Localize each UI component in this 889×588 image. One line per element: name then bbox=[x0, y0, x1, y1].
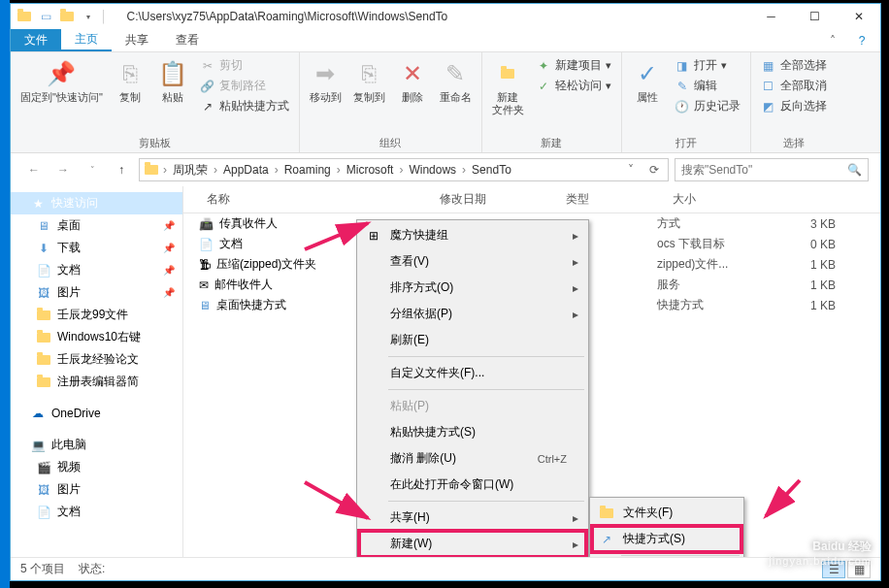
ctx-new-folder[interactable]: 文件夹(F) bbox=[592, 500, 741, 526]
qat-customize-icon[interactable]: ▾ bbox=[79, 7, 98, 26]
easyaccess-button[interactable]: ✓轻松访问 ▾ bbox=[532, 77, 615, 95]
sidebar-folder4[interactable]: 注册表编辑器简 bbox=[11, 371, 182, 393]
sidebar-desktop[interactable]: 🖥桌面📌 bbox=[11, 214, 182, 237]
submenu-arrow-icon: ▸ bbox=[573, 308, 578, 321]
pin-icon: 📌 bbox=[163, 287, 175, 298]
qat-newfolder-icon[interactable] bbox=[57, 7, 77, 26]
cut-icon: ✂ bbox=[200, 58, 215, 74]
history-button[interactable]: 🕐历史记录 bbox=[671, 97, 744, 115]
moveto-button[interactable]: ➡移动到 bbox=[306, 56, 346, 106]
recent-dropdown[interactable]: ˅ bbox=[81, 158, 104, 181]
copy-button[interactable]: ⎘ 复制 bbox=[111, 56, 149, 106]
sidebar[interactable]: ★快速访问 🖥桌面📌 ⬇下载📌 📄文档📌 🖼图片📌 壬辰龙99文件 Window… bbox=[11, 186, 183, 557]
pin-quickaccess-button[interactable]: 📌 固定到"快速访问" bbox=[16, 56, 107, 106]
copyto-button[interactable]: ⎘复制到 bbox=[349, 56, 389, 106]
file-view: 名称 修改日期 类型 大小 📠传真收件人方式3 KB 📄文档ocs 下载目标0 … bbox=[183, 186, 880, 557]
bc-seg-5[interactable]: SendTo bbox=[468, 163, 515, 177]
up-button[interactable]: ↑ bbox=[110, 158, 133, 181]
pin-icon: 📌 bbox=[163, 265, 175, 276]
watermark: Baidu 经验 jingyan.baidu.com bbox=[769, 539, 872, 567]
col-name[interactable]: 名称 bbox=[199, 191, 432, 208]
sidebar-pictures[interactable]: 🖼图片📌 bbox=[11, 281, 182, 304]
search-box[interactable]: 🔍 bbox=[675, 158, 869, 181]
bc-seg-3[interactable]: Microsoft bbox=[343, 163, 398, 177]
ctx-magic[interactable]: ⊞魔方快捷组▸ bbox=[359, 222, 586, 248]
breadcrumb[interactable]: › 周巩荣› AppData› Roaming› Microsoft› Wind… bbox=[139, 158, 669, 181]
ctx-sort[interactable]: 排序方式(O)▸ bbox=[359, 275, 586, 301]
sidebar-onedrive[interactable]: ☁OneDrive bbox=[11, 403, 182, 424]
sidebar-thispc[interactable]: 💻此电脑 bbox=[11, 434, 182, 456]
ctx-view[interactable]: 查看(V)▸ bbox=[359, 248, 586, 275]
tab-view[interactable]: 查看 bbox=[162, 29, 213, 51]
maximize-button[interactable]: ☐ bbox=[793, 4, 837, 29]
copypath-button[interactable]: 🔗复制路径 bbox=[196, 77, 293, 95]
select-group-label: 选择 bbox=[757, 134, 831, 150]
search-icon: 🔍 bbox=[847, 163, 862, 177]
minimize-button[interactable]: ─ bbox=[749, 4, 793, 29]
bc-seg-1[interactable]: AppData bbox=[219, 163, 273, 177]
sidebar-pictures2[interactable]: 🖼图片 bbox=[11, 478, 182, 501]
folder-icon bbox=[36, 330, 51, 345]
ctx-customize[interactable]: 自定义文件夹(F)... bbox=[359, 360, 586, 386]
tab-share[interactable]: 共享 bbox=[112, 29, 162, 51]
forward-button[interactable]: → bbox=[51, 158, 75, 181]
sidebar-downloads[interactable]: ⬇下载📌 bbox=[11, 237, 182, 259]
col-date[interactable]: 修改日期 bbox=[432, 191, 558, 208]
cut-button[interactable]: ✂剪切 bbox=[196, 56, 293, 75]
refresh-button[interactable]: ⟳ bbox=[642, 163, 666, 177]
shortcut-icon: ↗ bbox=[598, 531, 615, 548]
path-icon: 🔗 bbox=[200, 79, 215, 94]
sidebar-videos[interactable]: 🎬视频 bbox=[11, 456, 182, 478]
history-icon: 🕐 bbox=[675, 99, 690, 114]
ctx-refresh[interactable]: 刷新(E) bbox=[359, 327, 586, 353]
ribbon-collapse-button[interactable]: ˄ bbox=[818, 29, 847, 51]
selectall-button[interactable]: ▦全部选择 bbox=[757, 56, 831, 75]
submenu-arrow-icon: ▸ bbox=[573, 538, 578, 551]
ctx-new[interactable]: 新建(W)▸ bbox=[359, 531, 586, 557]
moveto-icon: ➡ bbox=[310, 58, 341, 89]
bc-seg-0[interactable]: 周巩荣 bbox=[169, 162, 212, 179]
tab-file[interactable]: 文件 bbox=[11, 29, 61, 51]
bc-seg-4[interactable]: Windows bbox=[405, 163, 460, 177]
col-size[interactable]: 大小 bbox=[665, 191, 733, 208]
delete-button[interactable]: ✕删除 bbox=[393, 56, 432, 106]
bc-seg-2[interactable]: Roaming bbox=[280, 163, 335, 177]
search-input[interactable] bbox=[681, 163, 841, 177]
paste-button[interactable]: 📋 粘贴 bbox=[153, 56, 192, 106]
invertsel-button[interactable]: ◩反向选择 bbox=[757, 97, 831, 115]
statusbar: 5 个项目 状态: ☰ ▦ bbox=[11, 557, 880, 580]
paste-shortcut-button[interactable]: ↗粘贴快捷方式 bbox=[196, 97, 293, 115]
ctx-share[interactable]: 共享(H)▸ bbox=[359, 505, 586, 531]
address-dropdown[interactable]: ˅ bbox=[619, 163, 642, 177]
newfolder-button[interactable]: 新建 文件夹 bbox=[488, 56, 528, 118]
sidebar-folder1[interactable]: 壬辰龙99文件 bbox=[11, 304, 182, 326]
sidebar-folder2[interactable]: Windows10右键 bbox=[11, 326, 182, 348]
selectnone-button[interactable]: ☐全部取消 bbox=[757, 77, 831, 95]
ctx-group[interactable]: 分组依据(P)▸ bbox=[359, 301, 586, 327]
sidebar-quickaccess[interactable]: ★快速访问 bbox=[11, 192, 182, 214]
sidebar-folder3[interactable]: 壬辰龙经验论文 bbox=[11, 348, 182, 371]
ribbon-tabs: 文件 主页 共享 查看 ˄ ? bbox=[11, 29, 880, 52]
open-button[interactable]: ◨打开 ▾ bbox=[671, 56, 744, 75]
properties-button[interactable]: ✓属性 bbox=[628, 56, 667, 106]
pictures-icon: 🖼 bbox=[36, 285, 51, 301]
ctx-cmd[interactable]: 在此处打开命令窗口(W) bbox=[359, 472, 586, 498]
newitem-button[interactable]: ✦新建项目 ▾ bbox=[532, 56, 615, 75]
tab-home[interactable]: 主页 bbox=[61, 29, 112, 51]
close-button[interactable]: ✕ bbox=[837, 4, 880, 29]
pin-icon: 📌 bbox=[46, 58, 77, 89]
rename-button[interactable]: ✎重命名 bbox=[436, 56, 476, 106]
help-button[interactable]: ? bbox=[847, 29, 876, 51]
sidebar-documents2[interactable]: 📄文档 bbox=[11, 501, 182, 523]
video-icon: 🎬 bbox=[36, 460, 51, 475]
qat-properties-icon[interactable]: ▭ bbox=[36, 7, 55, 26]
edit-button[interactable]: ✎编辑 bbox=[671, 77, 744, 95]
ctx-pasteshortcut[interactable]: 粘贴快捷方式(S) bbox=[359, 419, 586, 445]
submenu-arrow-icon: ▸ bbox=[573, 281, 578, 295]
paste-icon: 📋 bbox=[157, 58, 188, 89]
sidebar-documents[interactable]: 📄文档📌 bbox=[11, 259, 182, 281]
back-button[interactable]: ← bbox=[22, 158, 46, 181]
col-type[interactable]: 类型 bbox=[558, 191, 665, 208]
ctx-new-shortcut[interactable]: ↗快捷方式(S) bbox=[592, 526, 741, 552]
ctx-undo[interactable]: 撤消 删除(U)Ctrl+Z bbox=[359, 445, 586, 472]
